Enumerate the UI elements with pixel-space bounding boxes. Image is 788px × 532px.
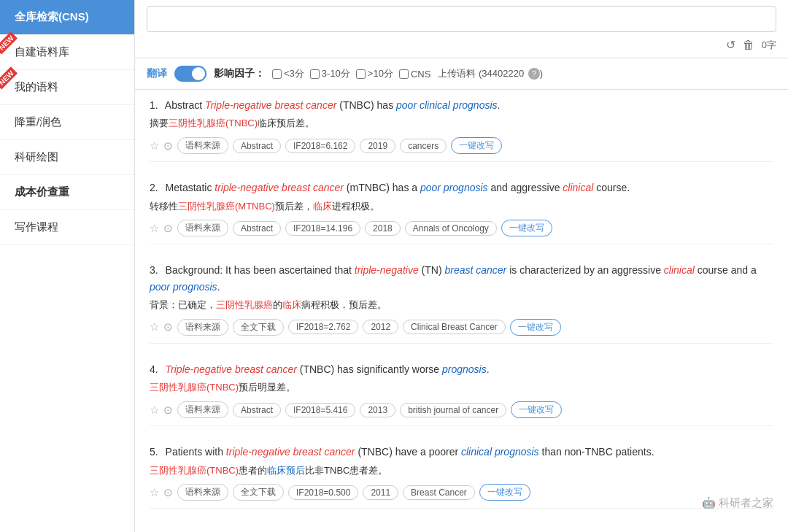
sidebar-item-custom[interactable]: NEW 自建语料库 <box>0 35 134 70</box>
sidebar-item-course[interactable]: 写作课程 <box>0 210 134 245</box>
tag-source[interactable]: 语料来源 <box>177 319 228 336</box>
tag-journal[interactable]: british journal of cancer <box>400 403 506 417</box>
checkbox-cns[interactable] <box>399 69 409 79</box>
toolbar-actions: ↺ 🗑 0字 <box>147 38 776 52</box>
sidebar-item-cns[interactable]: 全库检索(CNS) <box>0 0 134 35</box>
delete-icon[interactable]: 🗑 <box>743 39 754 52</box>
filter-gt10[interactable]: >10分 <box>356 67 393 80</box>
sidebar-item-label: 科研绘图 <box>15 150 58 164</box>
sidebar-item-label: 写作课程 <box>15 220 58 234</box>
tag-source[interactable]: 语料来源 <box>177 401 228 418</box>
tag-if: IF2018=6.162 <box>285 139 355 153</box>
tag-source[interactable]: 语料来源 <box>177 220 228 236</box>
filter-lt3[interactable]: <3分 <box>272 67 304 80</box>
toolbar: ↺ 🗑 0字 <box>135 0 788 58</box>
result-number: 5. <box>150 444 158 460</box>
tag-if: IF2018=5.416 <box>285 403 355 417</box>
copy-icon[interactable]: ⊙ <box>163 486 173 499</box>
impact-factor-label: 影响因子： <box>214 67 265 80</box>
tag-rewrite[interactable]: 一键改写 <box>510 319 561 336</box>
translate-toggle[interactable] <box>174 66 206 82</box>
result-cn-text: 摘要三阴性乳腺癌(TNBC)临床预后差。 <box>150 116 773 131</box>
tag-if: IF2018=0.500 <box>288 485 358 500</box>
result-number: 1. <box>150 97 158 113</box>
star-icon[interactable]: ☆ <box>150 320 159 334</box>
result-number: 4. <box>150 361 158 377</box>
result-en-text: 1. Abstract Triple-negative breast cance… <box>150 97 773 113</box>
tag-type[interactable]: Abstract <box>233 139 281 153</box>
sidebar-item-reduce[interactable]: 降重/润色 <box>0 105 134 140</box>
star-icon[interactable]: ☆ <box>150 404 159 417</box>
tag-rewrite[interactable]: 一键改写 <box>501 220 552 236</box>
star-icon[interactable]: ☆ <box>150 139 159 153</box>
search-input[interactable] <box>147 6 776 32</box>
checkbox-gt10[interactable] <box>356 69 366 79</box>
sidebar-item-label: 自建语料库 <box>15 45 69 59</box>
upload-info: 上传语料 (34402220 ?) <box>438 67 543 80</box>
sidebar-item-label: 成本价查重 <box>15 185 69 199</box>
tag-download[interactable]: 全文下载 <box>233 484 284 501</box>
tag-journal[interactable]: Clinical Breast Cancer <box>403 320 506 334</box>
tag-journal[interactable]: Breast Cancer <box>403 485 475 500</box>
tag-rewrite[interactable]: 一键改写 <box>511 401 562 418</box>
result-number: 3. <box>150 262 158 278</box>
star-icon[interactable]: ☆ <box>150 486 159 499</box>
sidebar-item-label: 全库检索(CNS) <box>15 10 89 24</box>
filter-3to10[interactable]: 3-10分 <box>310 67 350 80</box>
result-en-text: 3. Background: It has been ascertained t… <box>150 262 773 295</box>
sidebar-item-price[interactable]: 成本价查重 <box>0 175 134 210</box>
tag-journal[interactable]: cancers <box>400 139 447 153</box>
tag-source[interactable]: 语料来源 <box>177 137 228 154</box>
checkbox-lt3[interactable] <box>272 69 282 79</box>
tag-rewrite[interactable]: 一键改写 <box>479 484 530 501</box>
tag-download[interactable]: 全文下载 <box>233 319 284 336</box>
tag-year: 2012 <box>363 320 398 334</box>
filter-bar: 翻译 影响因子： <3分 3-10分 >10分 CNS 上传语料 (344022… <box>135 58 788 90</box>
tag-year: 2013 <box>360 403 395 417</box>
tag-type[interactable]: Abstract <box>233 403 281 417</box>
result-cn-text: 转移性三阴性乳腺癌(MTNBC)预后差，临床进程积极。 <box>150 199 773 215</box>
translate-label: 翻译 <box>147 67 167 80</box>
main-content: ↺ 🗑 0字 翻译 影响因子： <3分 3-10分 >10分 CNS 上传语料 … <box>135 0 788 532</box>
result-cn-text: 三阴性乳腺癌(TNBC)患者的临床预后比非TNBC患者差。 <box>150 463 773 479</box>
star-icon[interactable]: ☆ <box>150 222 159 235</box>
tag-if: IF2018=2.762 <box>288 320 358 334</box>
question-icon[interactable]: ? <box>528 68 540 80</box>
tag-type[interactable]: Abstract <box>233 221 281 236</box>
sidebar-item-chart[interactable]: 科研绘图 <box>0 140 134 175</box>
result-tags: ☆ ⊙ 语料来源 全文下载 IF2018=0.500 2011 Breast C… <box>150 484 773 501</box>
result-tags: ☆ ⊙ 语料来源 Abstract IF2018=14.196 2018 Ann… <box>150 220 773 236</box>
tag-if: IF2018=14.196 <box>285 221 360 236</box>
tag-journal[interactable]: Annals of Oncology <box>405 221 497 236</box>
result-item: 1. Abstract Triple-negative breast cance… <box>150 97 773 162</box>
refresh-icon[interactable]: ↺ <box>726 38 735 52</box>
copy-icon[interactable]: ⊙ <box>163 320 173 334</box>
tag-source[interactable]: 语料来源 <box>177 484 228 501</box>
results-list: 1. Abstract Triple-negative breast cance… <box>135 90 788 532</box>
result-number: 2. <box>150 180 158 196</box>
sidebar: 全库检索(CNS) NEW 自建语料库 NEW 我的语料 降重/润色 科研绘图 … <box>0 0 135 532</box>
sidebar-item-label: 我的语料 <box>15 80 58 94</box>
result-en-text: 4. Triple-negative breast cancer (TNBC) … <box>150 361 773 377</box>
result-tags: ☆ ⊙ 语料来源 全文下载 IF2018=2.762 2012 Clinical… <box>150 319 773 336</box>
copy-icon[interactable]: ⊙ <box>163 139 173 153</box>
result-en-text: 5. Patients with triple-negative breast … <box>150 444 773 460</box>
tag-year: 2019 <box>360 139 395 153</box>
filter-options: <3分 3-10分 >10分 CNS <box>272 67 430 80</box>
result-item: 2. Metastatic triple-negative breast can… <box>150 180 773 244</box>
copy-icon[interactable]: ⊙ <box>163 404 173 417</box>
filter-cns[interactable]: CNS <box>399 69 430 80</box>
tag-year: 2018 <box>365 221 401 236</box>
checkbox-3to10[interactable] <box>310 69 320 79</box>
result-cn-text: 三阴性乳腺癌(TNBC)预后明显差。 <box>150 380 773 396</box>
result-tags: ☆ ⊙ 语料来源 Abstract IF2018=5.416 2013 brit… <box>150 401 773 418</box>
sidebar-item-label: 降重/润色 <box>15 115 61 129</box>
result-en-text: 2. Metastatic triple-negative breast can… <box>150 180 773 196</box>
char-count: 0字 <box>762 39 776 52</box>
copy-icon[interactable]: ⊙ <box>163 222 173 235</box>
result-cn-text: 背景：已确定，三阴性乳腺癌的临床病程积极，预后差。 <box>150 298 773 313</box>
tag-rewrite[interactable]: 一键改写 <box>451 137 502 154</box>
result-tags: ☆ ⊙ 语料来源 Abstract IF2018=6.162 2019 canc… <box>150 137 773 154</box>
result-item: 4. Triple-negative breast cancer (TNBC) … <box>150 361 773 426</box>
sidebar-item-my-corpus[interactable]: NEW 我的语料 <box>0 70 134 105</box>
